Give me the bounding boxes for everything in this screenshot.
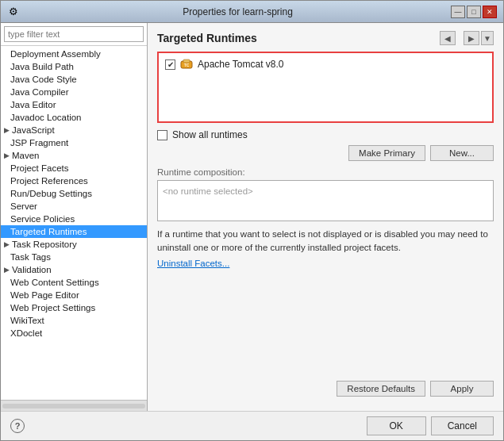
sidebar-item-task-repository[interactable]: ▶Task Repository xyxy=(1,238,147,251)
tree-list: Deployment Assembly Java Build Path Java… xyxy=(1,46,147,400)
runtime-item-tomcat: ✔ TC Apache Tomcat v8.0 xyxy=(162,56,489,72)
arrow-icon: ▶ xyxy=(4,240,10,248)
main-panel: Targeted Runtimes ◀ ▶ ▼ ✔ TC xyxy=(148,23,503,411)
sidebar-item-project-references[interactable]: Project References xyxy=(1,174,147,187)
new-button[interactable]: New... xyxy=(430,145,494,161)
sidebar-item-service-policies[interactable]: Service Policies xyxy=(1,213,147,225)
info-text: If a runtime that you want to select is … xyxy=(157,228,494,255)
sidebar-item-server[interactable]: Server xyxy=(1,200,147,213)
sidebar-item-java-editor[interactable]: Java Editor xyxy=(1,98,147,111)
nav-dropdown-button[interactable]: ▼ xyxy=(481,31,494,45)
composition-label: Runtime composition: xyxy=(157,167,494,177)
filter-input[interactable] xyxy=(4,26,144,42)
runtime-action-buttons: Make Primary New... xyxy=(157,145,494,161)
sidebar-item-wikitext[interactable]: WikiText xyxy=(1,314,147,327)
filter-box xyxy=(1,23,147,46)
sidebar-item-web-page-editor[interactable]: Web Page Editor xyxy=(1,289,147,301)
window-title: Properties for learn-spring xyxy=(25,6,451,17)
sidebar-item-project-facets[interactable]: Project Facets xyxy=(1,162,147,174)
panel-title: Targeted Runtimes xyxy=(157,32,257,44)
sidebar-item-web-content-settings[interactable]: Web Content Settings xyxy=(1,276,147,289)
arrow-icon: ▶ xyxy=(4,126,10,134)
sidebar-item-java-compiler[interactable]: Java Compiler xyxy=(1,86,147,98)
svg-text:TC: TC xyxy=(184,63,190,67)
make-primary-button[interactable]: Make Primary xyxy=(348,145,425,161)
panel-header: Targeted Runtimes ◀ ▶ ▼ xyxy=(157,31,494,45)
sidebar-item-validation[interactable]: ▶Validation xyxy=(1,263,147,276)
show-all-label: Show all runtimes xyxy=(172,129,248,140)
sidebar-item-targeted-runtimes[interactable]: Targeted Runtimes xyxy=(1,225,147,238)
sidebar-item-xdoclet[interactable]: XDoclet xyxy=(1,327,147,339)
properties-window: ⚙ Properties for learn-spring — □ ✕ Depl… xyxy=(0,0,504,441)
arrow-icon: ▶ xyxy=(4,266,10,274)
show-all-checkbox[interactable] xyxy=(157,130,167,140)
nav-back-button[interactable]: ◀ xyxy=(440,31,456,45)
horizontal-scrollbar[interactable] xyxy=(1,400,147,411)
maximize-button[interactable]: □ xyxy=(467,6,481,18)
runtimes-list-box: ✔ TC Apache Tomcat v8.0 xyxy=(157,52,494,123)
help-button[interactable]: ? xyxy=(10,419,25,433)
tomcat-icon: TC xyxy=(180,58,193,71)
title-bar: ⚙ Properties for learn-spring — □ ✕ xyxy=(1,1,503,23)
sidebar-item-deployment-assembly[interactable]: Deployment Assembly xyxy=(1,48,147,60)
runtime-checkbox-tomcat[interactable]: ✔ xyxy=(165,59,175,70)
sidebar-item-run-debug-settings[interactable]: Run/Debug Settings xyxy=(1,187,147,200)
panel-nav: ◀ ▶ ▼ xyxy=(440,31,494,45)
sidebar-item-maven[interactable]: ▶Maven xyxy=(1,149,147,162)
scroll-track xyxy=(2,404,145,408)
footer: ? OK Cancel xyxy=(1,411,503,440)
window-icon: ⚙ xyxy=(7,6,20,18)
nav-separator xyxy=(457,31,462,45)
sidebar-item-javascript[interactable]: ▶JavaScript xyxy=(1,124,147,136)
close-button[interactable]: ✕ xyxy=(483,6,497,18)
cancel-button[interactable]: Cancel xyxy=(431,416,494,435)
apply-button[interactable]: Apply xyxy=(430,381,494,397)
sidebar-item-task-tags[interactable]: Task Tags xyxy=(1,251,147,263)
sidebar-item-javadoc-location[interactable]: Javadoc Location xyxy=(1,111,147,124)
uninstall-facets-link[interactable]: Uninstall Facets... xyxy=(157,259,494,268)
composition-box: <no runtime selected> xyxy=(157,180,494,221)
sidebar-item-web-project-settings[interactable]: Web Project Settings xyxy=(1,301,147,314)
title-bar-buttons: — □ ✕ xyxy=(451,6,497,18)
sidebar-item-jsp-fragment[interactable]: JSP Fragment xyxy=(1,136,147,149)
arrow-icon: ▶ xyxy=(4,151,10,159)
runtime-label-tomcat: Apache Tomcat v8.0 xyxy=(198,59,284,70)
ok-button[interactable]: OK xyxy=(367,416,426,435)
no-runtime-text: <no runtime selected> xyxy=(163,186,253,196)
content-area: Deployment Assembly Java Build Path Java… xyxy=(1,23,503,411)
show-all-row: Show all runtimes xyxy=(157,129,494,140)
sidebar-item-java-code-style[interactable]: Java Code Style xyxy=(1,73,147,86)
bottom-action-buttons: Restore Defaults Apply xyxy=(157,381,494,397)
minimize-button[interactable]: — xyxy=(451,6,465,18)
sidebar-item-java-build-path[interactable]: Java Build Path xyxy=(1,60,147,73)
nav-forward-button[interactable]: ▶ xyxy=(464,31,479,45)
restore-defaults-button[interactable]: Restore Defaults xyxy=(337,381,425,397)
sidebar: Deployment Assembly Java Build Path Java… xyxy=(1,23,148,411)
